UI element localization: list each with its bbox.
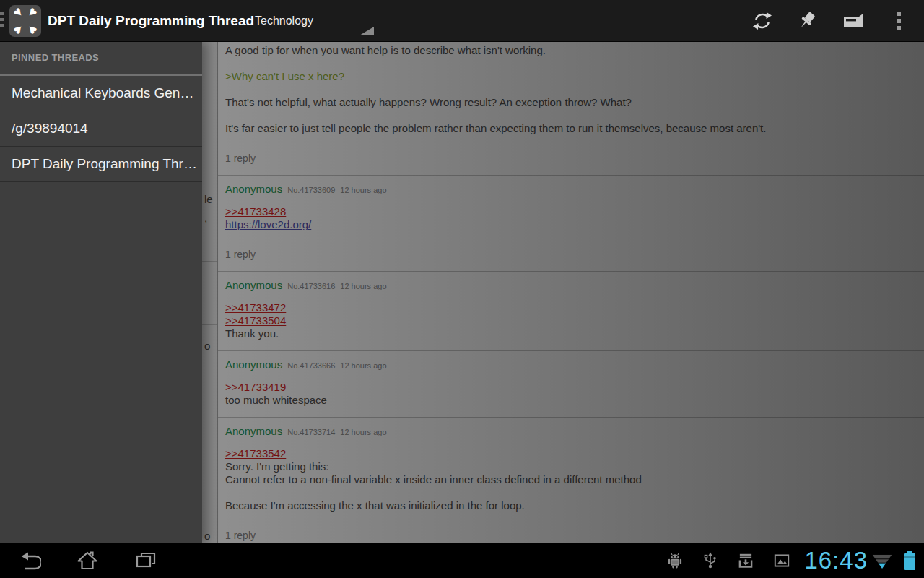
usb-icon <box>702 551 719 570</box>
screen: { "colors": { "holo_blue": "#58c8ec", "n… <box>0 0 924 578</box>
action-bar-buttons <box>739 0 921 41</box>
refresh-icon <box>751 10 773 32</box>
android-debug-icon <box>666 551 684 570</box>
pinned-threads-header: PINNED THREADS <box>0 41 202 76</box>
reply-icon <box>842 9 865 33</box>
action-bar: ♥ ♥ ♥ ♥ DPT Daily Programming Thread Tec… <box>0 0 924 42</box>
reply-button[interactable] <box>830 0 876 41</box>
home-button[interactable] <box>70 543 105 578</box>
thread-title: DPT Daily Programming Thread <box>48 0 254 41</box>
pinned-threads-drawer: PINNED THREADS Mechanical Keyboards Gen…… <box>0 41 202 543</box>
spinner-caret-icon <box>359 27 374 35</box>
board-spinner[interactable]: Technology <box>245 0 375 41</box>
status-tray[interactable]: 16:43 <box>648 543 915 578</box>
clover-app-icon[interactable]: ♥ ♥ ♥ ♥ <box>9 5 41 37</box>
nav-buttons <box>12 543 187 578</box>
board-spinner-label: Technology <box>255 0 313 41</box>
battery-icon <box>904 550 915 571</box>
refresh-button[interactable] <box>739 0 785 41</box>
gallery-icon <box>772 551 791 570</box>
storage-download-icon <box>736 551 755 570</box>
drawer-scrim[interactable] <box>202 41 924 543</box>
back-button[interactable] <box>12 543 46 578</box>
wifi-icon <box>871 551 893 571</box>
pinned-threads-list: Mechanical Keyboards Gen…/g/39894014DPT … <box>0 76 202 182</box>
pinned-thread-item[interactable]: /g/39894014 <box>0 111 202 147</box>
pinned-thread-item[interactable]: DPT Daily Programming Thr… <box>0 147 202 182</box>
home-icon <box>75 548 100 573</box>
recents-button[interactable] <box>128 543 163 578</box>
system-bar: 16:43 <box>0 543 924 578</box>
pin-icon <box>796 9 819 33</box>
overflow-menu-button[interactable] <box>876 0 921 41</box>
overflow-icon <box>897 9 901 33</box>
drawer-edge-indicator <box>0 12 4 30</box>
pinned-thread-item[interactable]: Mechanical Keyboards Gen… <box>0 76 202 111</box>
clover-petal-icon: ♥ <box>22 20 43 40</box>
recents-icon <box>134 548 158 573</box>
pin-button[interactable] <box>785 0 830 41</box>
clock: 16:43 <box>804 543 868 578</box>
back-icon <box>17 548 41 573</box>
